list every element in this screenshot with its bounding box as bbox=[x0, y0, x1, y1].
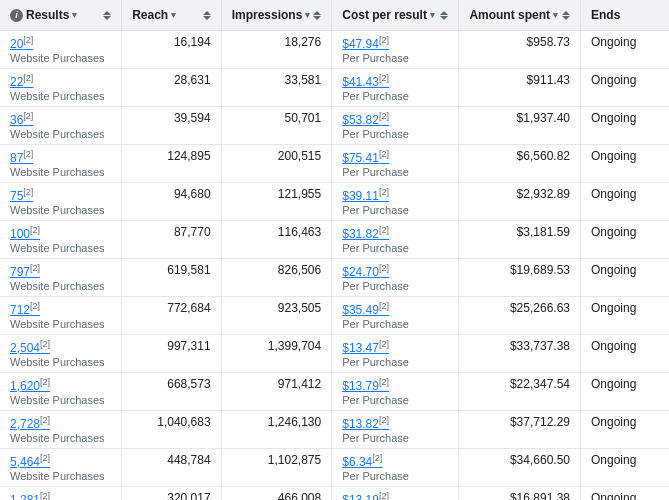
impressions-value: 826,506 bbox=[232, 263, 322, 277]
reach-value: 448,784 bbox=[132, 453, 211, 467]
results-sub: Website Purchases bbox=[10, 356, 111, 368]
ends-value: Ongoing bbox=[591, 73, 659, 87]
sort-icon-results[interactable] bbox=[103, 11, 111, 20]
cell-cost: $31.82[2]Per Purchase bbox=[332, 221, 459, 259]
cell-cost: $13.19[2] bbox=[332, 487, 459, 501]
sort-icon-amount[interactable] bbox=[562, 11, 570, 20]
cell-reach: 39,594 bbox=[122, 107, 222, 145]
cell-results: 87[2]Website Purchases bbox=[0, 145, 122, 183]
results-link[interactable]: 2,728[2] bbox=[10, 417, 50, 431]
results-link[interactable]: 712[2] bbox=[10, 303, 40, 317]
cell-results: 797[2]Website Purchases bbox=[0, 259, 122, 297]
amount-value: $911.43 bbox=[469, 73, 570, 87]
sort-icon-reach[interactable] bbox=[203, 11, 211, 20]
results-sub: Website Purchases bbox=[10, 128, 111, 140]
col-amount-label: Amount spent bbox=[469, 8, 550, 22]
cell-amount: $22,347.54 bbox=[459, 373, 581, 411]
amount-value: $25,266.63 bbox=[469, 301, 570, 315]
cell-results: 100[2]Website Purchases bbox=[0, 221, 122, 259]
impressions-value: 200,515 bbox=[232, 149, 322, 163]
amount-value: $22,347.54 bbox=[469, 377, 570, 391]
data-table: i Results ▾ Reach ▾ bbox=[0, 0, 669, 500]
sort-icon-cost[interactable] bbox=[440, 11, 448, 20]
cell-impressions: 971,412 bbox=[221, 373, 332, 411]
results-link[interactable]: 75[2] bbox=[10, 189, 33, 203]
table-row: 2,728[2]Website Purchases1,040,6831,246,… bbox=[0, 411, 669, 449]
table-header-row: i Results ▾ Reach ▾ bbox=[0, 0, 669, 31]
reach-value: 28,631 bbox=[132, 73, 211, 87]
results-link[interactable]: 100[2] bbox=[10, 227, 40, 241]
col-ends-label: Ends bbox=[591, 8, 620, 22]
cell-amount: $19,689.53 bbox=[459, 259, 581, 297]
col-reach-label: Reach bbox=[132, 8, 168, 22]
cell-cost: $13.82[2]Per Purchase bbox=[332, 411, 459, 449]
ends-value: Ongoing bbox=[591, 149, 659, 163]
results-sub: Website Purchases bbox=[10, 470, 111, 482]
results-link[interactable]: 36[2] bbox=[10, 113, 33, 127]
ends-value: Ongoing bbox=[591, 111, 659, 125]
cost-sub: Per Purchase bbox=[342, 394, 448, 406]
cell-results: 712[2]Website Purchases bbox=[0, 297, 122, 335]
table-row: 36[2]Website Purchases39,59450,701$53.82… bbox=[0, 107, 669, 145]
cell-cost: $47.94[2]Per Purchase bbox=[332, 31, 459, 69]
results-link[interactable]: 5,464[2] bbox=[10, 455, 50, 469]
results-link[interactable]: 797[2] bbox=[10, 265, 40, 279]
cell-amount: $6,560.82 bbox=[459, 145, 581, 183]
cell-amount: $33,737.38 bbox=[459, 335, 581, 373]
col-header-reach[interactable]: Reach ▾ bbox=[122, 0, 222, 31]
cost-value: $13.82[2] bbox=[342, 415, 448, 431]
cell-impressions: 200,515 bbox=[221, 145, 332, 183]
table-body: 20[2]Website Purchases16,19418,276$47.94… bbox=[0, 31, 669, 501]
cell-reach: 997,311 bbox=[122, 335, 222, 373]
results-sub: Website Purchases bbox=[10, 318, 111, 330]
impressions-value: 33,581 bbox=[232, 73, 322, 87]
results-link[interactable]: 1,281[2] bbox=[10, 493, 50, 500]
results-link[interactable]: 2,504[2] bbox=[10, 341, 50, 355]
results-link[interactable]: 87[2] bbox=[10, 151, 33, 165]
table-row: 2,504[2]Website Purchases997,3111,399,70… bbox=[0, 335, 669, 373]
cell-reach: 619,581 bbox=[122, 259, 222, 297]
cost-sub: Per Purchase bbox=[342, 318, 448, 330]
col-header-results[interactable]: i Results ▾ bbox=[0, 0, 122, 31]
amount-value: $3,181.59 bbox=[469, 225, 570, 239]
cell-ends: Ongoing bbox=[581, 449, 670, 487]
results-link[interactable]: 1,620[2] bbox=[10, 379, 50, 393]
results-link[interactable]: 22[2] bbox=[10, 75, 33, 89]
results-sub: Website Purchases bbox=[10, 394, 111, 406]
cell-results: 1,620[2]Website Purchases bbox=[0, 373, 122, 411]
sort-icon-impressions[interactable] bbox=[313, 11, 321, 20]
ends-value: Ongoing bbox=[591, 301, 659, 315]
ends-value: Ongoing bbox=[591, 187, 659, 201]
cost-value: $13.47[2] bbox=[342, 339, 448, 355]
ends-value: Ongoing bbox=[591, 263, 659, 277]
cost-value: $35.49[2] bbox=[342, 301, 448, 317]
cell-cost: $75.41[2]Per Purchase bbox=[332, 145, 459, 183]
reach-value: 124,895 bbox=[132, 149, 211, 163]
cell-impressions: 923,505 bbox=[221, 297, 332, 335]
cost-sub: Per Purchase bbox=[342, 204, 448, 216]
cell-reach: 668,573 bbox=[122, 373, 222, 411]
col-header-ends[interactable]: Ends bbox=[581, 0, 670, 31]
table-row: 75[2]Website Purchases94,680121,955$39.1… bbox=[0, 183, 669, 221]
cell-reach: 448,784 bbox=[122, 449, 222, 487]
ends-value: Ongoing bbox=[591, 453, 659, 467]
cell-results: 22[2]Website Purchases bbox=[0, 69, 122, 107]
table-row: 797[2]Website Purchases619,581826,506$24… bbox=[0, 259, 669, 297]
cell-reach: 124,895 bbox=[122, 145, 222, 183]
col-header-impressions[interactable]: Impressions ▾ bbox=[221, 0, 332, 31]
cell-amount: $2,932.89 bbox=[459, 183, 581, 221]
cell-reach: 94,680 bbox=[122, 183, 222, 221]
cost-value: $31.82[2] bbox=[342, 225, 448, 241]
cost-sub: Per Purchase bbox=[342, 166, 448, 178]
chevron-down-icon: ▾ bbox=[72, 10, 77, 20]
results-link[interactable]: 20[2] bbox=[10, 37, 33, 51]
cell-reach: 320,017 bbox=[122, 487, 222, 501]
col-header-amount[interactable]: Amount spent ▾ bbox=[459, 0, 581, 31]
cell-impressions: 826,506 bbox=[221, 259, 332, 297]
table-row: 5,464[2]Website Purchases448,7841,102,87… bbox=[0, 449, 669, 487]
col-header-cost[interactable]: Cost per result ▾ bbox=[332, 0, 459, 31]
amount-value: $1,937.40 bbox=[469, 111, 570, 125]
col-results-label: Results bbox=[26, 8, 69, 22]
results-sub: Website Purchases bbox=[10, 166, 111, 178]
impressions-value: 466,008 bbox=[232, 491, 322, 500]
